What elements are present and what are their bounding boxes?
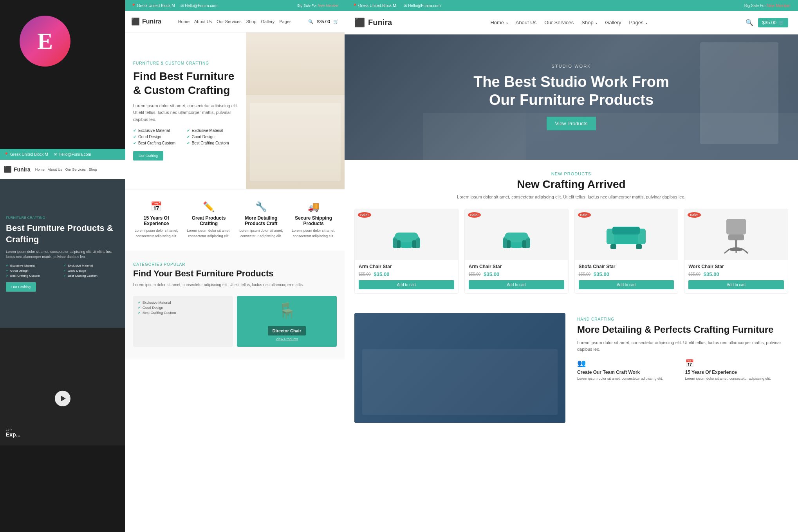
- svg-rect-18: [726, 219, 746, 234]
- search-icon-mid[interactable]: 🔍: [308, 19, 314, 24]
- nav-services-left[interactable]: Our Services: [65, 168, 86, 171]
- product-name-4: Work Chair Star: [688, 264, 784, 269]
- nav-services-right[interactable]: Our Services: [544, 20, 574, 25]
- add-to-cart-btn-3[interactable]: Add to cart: [579, 280, 674, 289]
- nav-about-mid[interactable]: About Us: [194, 19, 212, 24]
- hc-title: More Detailing & Perfects Crafting Furni…: [577, 323, 788, 335]
- products-grid: Sale! Arm Chair Star $55.00 $35.00: [354, 209, 788, 294]
- our-crafting-button-mid[interactable]: Our Crafting: [133, 151, 163, 161]
- stat-1: 📅 15 Years Of Experience Lorem ipsum dol…: [133, 201, 180, 239]
- nav-services-mid[interactable]: Our Services: [217, 19, 242, 24]
- price-new-2: $35.00: [484, 271, 499, 277]
- cart-button-right[interactable]: $35.00 🛒: [758, 18, 788, 27]
- truck-icon: 🚚: [290, 201, 337, 212]
- cat-feature-3: ✔ Best Crafting Custom: [138, 311, 228, 315]
- nav-links-mid: Home About Us Our Services Shop Gallery …: [178, 19, 292, 24]
- price-old-2: $55.00: [469, 272, 481, 276]
- logo-mid: ⬛ Funira: [131, 17, 161, 26]
- add-to-cart-btn-4[interactable]: Add to cart: [688, 280, 784, 289]
- middle-panel: 📍 Gresk United Block M ✉ Hello@Funira.co…: [125, 0, 345, 532]
- chevron-down-icon: ▾: [506, 22, 508, 25]
- mid-feature-3: ✔ Good Design: [133, 135, 185, 139]
- mid-feature-4: ✔ Good Design: [187, 135, 238, 139]
- feature-2: ✔ Exclusive Material: [63, 264, 119, 267]
- hero-mid-desc: Lorem ipsum dolor sit amet, consectetur …: [133, 103, 238, 123]
- feature-5: ✔ Best Crafting Custom: [6, 274, 62, 278]
- calendar-icon: 📅: [133, 201, 180, 212]
- nav-home-right[interactable]: Home ▾: [490, 20, 507, 25]
- hero-left: FURNITURE CRAFTING Best Furniture Produc…: [0, 179, 125, 328]
- svg-rect-19: [728, 234, 744, 240]
- product-img-2: Sale!: [465, 209, 568, 260]
- email-icon: ✉: [54, 152, 57, 157]
- elementor-logo: E: [20, 16, 70, 67]
- check-icon: ✔: [187, 135, 190, 139]
- product-price-2: $55.00 $35.00: [469, 271, 564, 277]
- hero-mid-content: FURNITURE & CUSTOM CRAFTING Find Best Fu…: [125, 32, 246, 189]
- feature-1: ✔ Exclusive Material: [6, 264, 62, 267]
- nav-gallery-right[interactable]: Gallery: [605, 20, 621, 25]
- check-icon: ✔: [138, 306, 141, 310]
- feature-4: ✔ Good Design: [63, 269, 119, 272]
- hero-right-content: STUDIO WORK The Best Studio Work From Ou…: [454, 56, 689, 138]
- logo-icon-right: ⬛: [354, 18, 365, 28]
- add-to-cart-btn-2[interactable]: Add to cart: [469, 280, 564, 289]
- sale-mid: Big Sale For New Member: [297, 4, 339, 7]
- nav-about-right[interactable]: About Us: [516, 20, 536, 25]
- hc-label: HAND CRAFTING: [577, 317, 788, 321]
- check-icon: ✔: [138, 311, 141, 315]
- logo-left: ⬛ Funira: [4, 166, 31, 173]
- chevron-down-icon: ▾: [646, 22, 647, 25]
- hero-mid-image: [246, 32, 345, 189]
- calendar-icon-hc: 📅: [685, 359, 789, 368]
- price-old-3: $55.00: [579, 272, 591, 276]
- check-icon: ✔: [133, 141, 136, 145]
- video-text-big: Exp...: [6, 431, 20, 438]
- location-right: 📍 Gresk United Block M: [352, 4, 396, 8]
- hero-left-title: Best Furniture Products & Crafting: [6, 223, 119, 245]
- location-left: 📍 Gresk United Block M: [4, 152, 48, 157]
- product-card-3: Sale! Shofa Chair Star $55.00 $35.00: [574, 209, 679, 294]
- nav-left: ⬛ Funira Home About Us Our Services Shop: [0, 160, 125, 179]
- nav-home-mid[interactable]: Home: [178, 19, 190, 24]
- nav-about-left[interactable]: About Us: [48, 168, 62, 171]
- nav-home-left[interactable]: Home: [35, 168, 45, 171]
- product-card-4: Sale! Work Chair Star $55.00: [684, 209, 788, 294]
- chair-illustration: 🪑: [277, 302, 297, 320]
- hero-left-desc: Lorem ipsum dolor sit amet, consectetur …: [6, 249, 119, 260]
- categories-desc: Lorem ipsum dolor sit amet, consectetur …: [133, 282, 337, 288]
- nav-shop-right[interactable]: Shop ▾: [581, 20, 597, 25]
- tool-icon: 🔧: [238, 201, 285, 212]
- our-crafting-button-left[interactable]: Our Crafting: [6, 282, 36, 292]
- nav-links-left: Home About Us Our Services Shop: [35, 168, 97, 171]
- product-price-4: $55.00 $35.00: [688, 271, 784, 277]
- nav-pages-right[interactable]: Pages ▾: [629, 20, 647, 25]
- nav-shop-mid[interactable]: Shop: [246, 19, 256, 24]
- hc-desc: Lorem ipsum dolor sit amet, consectetur …: [577, 339, 788, 353]
- sale-badge-1: Sale!: [358, 212, 371, 218]
- category-grid: ✔ Exclusive Material ✔ Good Design ✔ Bes…: [133, 296, 337, 347]
- location-icon-mid: 📍: [131, 4, 136, 8]
- bed-silhouette: [250, 103, 341, 181]
- stat-4: 🚚 Secure Shipping Products Lorem ipsum d…: [290, 201, 337, 239]
- categories-title: Find Your Best Furniture Products: [133, 269, 337, 279]
- new-products-section: NEW PRODUCTS New Crafting Arrived Lorem …: [345, 160, 798, 305]
- location-icon-right: 📍: [352, 4, 357, 8]
- add-to-cart-btn-1[interactable]: Add to cart: [359, 280, 454, 289]
- check-icon: ✔: [63, 274, 66, 278]
- play-button[interactable]: [55, 391, 70, 406]
- email-icon-right: ✉: [404, 4, 407, 8]
- location-icon: 📍: [4, 152, 9, 157]
- search-icon-right[interactable]: 🔍: [746, 19, 753, 26]
- check-icon: ✔: [133, 135, 136, 139]
- hero-mid-category: FURNITURE & CUSTOM CRAFTING: [133, 61, 238, 65]
- nav-shop-left[interactable]: Shop: [89, 168, 97, 171]
- elementor-letter: E: [37, 28, 53, 55]
- cart-icon-mid[interactable]: 🛒: [333, 19, 339, 24]
- view-products-button[interactable]: View Products: [547, 117, 596, 130]
- nav-gallery-mid[interactable]: Gallery: [261, 19, 275, 24]
- np-desc: Lorem ipsum dolor sit amet, consectetur …: [354, 194, 788, 201]
- email-mid: ✉ Hello@Funira.com: [181, 4, 217, 8]
- view-products-link[interactable]: View Products: [276, 337, 298, 341]
- nav-pages-mid[interactable]: Pages: [279, 19, 291, 24]
